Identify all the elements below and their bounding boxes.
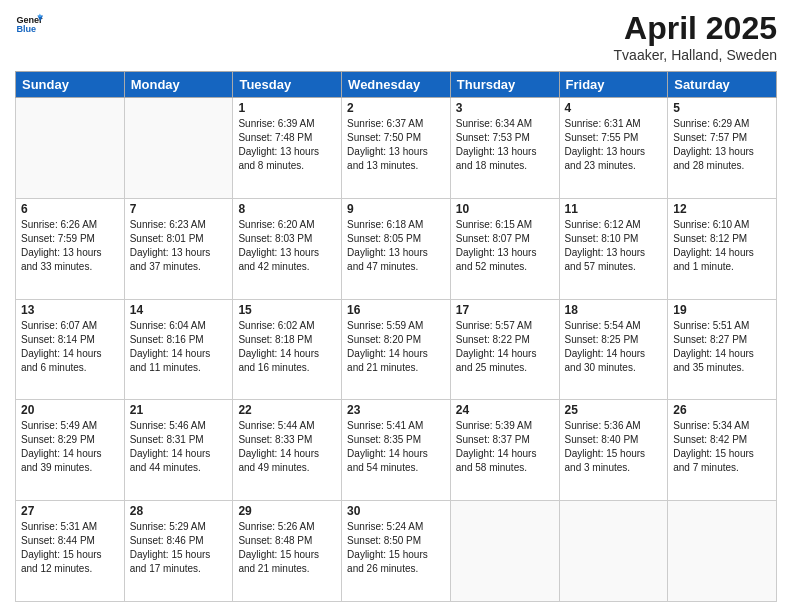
day-number: 25 — [565, 403, 663, 417]
calendar-cell — [450, 501, 559, 602]
day-number: 27 — [21, 504, 119, 518]
day-info: Sunrise: 6:18 AM Sunset: 8:05 PM Dayligh… — [347, 218, 445, 274]
day-number: 9 — [347, 202, 445, 216]
day-info: Sunrise: 5:51 AM Sunset: 8:27 PM Dayligh… — [673, 319, 771, 375]
week-row-2: 13Sunrise: 6:07 AM Sunset: 8:14 PM Dayli… — [16, 299, 777, 400]
calendar-cell: 17Sunrise: 5:57 AM Sunset: 8:22 PM Dayli… — [450, 299, 559, 400]
day-info: Sunrise: 6:07 AM Sunset: 8:14 PM Dayligh… — [21, 319, 119, 375]
day-info: Sunrise: 6:04 AM Sunset: 8:16 PM Dayligh… — [130, 319, 228, 375]
day-number: 26 — [673, 403, 771, 417]
day-info: Sunrise: 5:49 AM Sunset: 8:29 PM Dayligh… — [21, 419, 119, 475]
calendar-cell: 18Sunrise: 5:54 AM Sunset: 8:25 PM Dayli… — [559, 299, 668, 400]
day-header-monday: Monday — [124, 72, 233, 98]
day-info: Sunrise: 5:41 AM Sunset: 8:35 PM Dayligh… — [347, 419, 445, 475]
day-info: Sunrise: 6:23 AM Sunset: 8:01 PM Dayligh… — [130, 218, 228, 274]
day-info: Sunrise: 5:59 AM Sunset: 8:20 PM Dayligh… — [347, 319, 445, 375]
day-number: 2 — [347, 101, 445, 115]
calendar-cell: 21Sunrise: 5:46 AM Sunset: 8:31 PM Dayli… — [124, 400, 233, 501]
day-info: Sunrise: 6:20 AM Sunset: 8:03 PM Dayligh… — [238, 218, 336, 274]
day-number: 11 — [565, 202, 663, 216]
calendar-cell: 25Sunrise: 5:36 AM Sunset: 8:40 PM Dayli… — [559, 400, 668, 501]
calendar-cell: 26Sunrise: 5:34 AM Sunset: 8:42 PM Dayli… — [668, 400, 777, 501]
day-header-friday: Friday — [559, 72, 668, 98]
calendar-cell: 6Sunrise: 6:26 AM Sunset: 7:59 PM Daylig… — [16, 198, 125, 299]
day-number: 17 — [456, 303, 554, 317]
calendar-cell: 13Sunrise: 6:07 AM Sunset: 8:14 PM Dayli… — [16, 299, 125, 400]
day-info: Sunrise: 6:02 AM Sunset: 8:18 PM Dayligh… — [238, 319, 336, 375]
day-header-sunday: Sunday — [16, 72, 125, 98]
day-info: Sunrise: 6:34 AM Sunset: 7:53 PM Dayligh… — [456, 117, 554, 173]
calendar-cell: 30Sunrise: 5:24 AM Sunset: 8:50 PM Dayli… — [342, 501, 451, 602]
day-info: Sunrise: 5:46 AM Sunset: 8:31 PM Dayligh… — [130, 419, 228, 475]
day-info: Sunrise: 6:10 AM Sunset: 8:12 PM Dayligh… — [673, 218, 771, 274]
calendar-cell: 12Sunrise: 6:10 AM Sunset: 8:12 PM Dayli… — [668, 198, 777, 299]
calendar-cell: 28Sunrise: 5:29 AM Sunset: 8:46 PM Dayli… — [124, 501, 233, 602]
calendar-cell: 11Sunrise: 6:12 AM Sunset: 8:10 PM Dayli… — [559, 198, 668, 299]
month-title: April 2025 — [614, 10, 777, 47]
day-number: 1 — [238, 101, 336, 115]
calendar-cell: 29Sunrise: 5:26 AM Sunset: 8:48 PM Dayli… — [233, 501, 342, 602]
day-info: Sunrise: 6:37 AM Sunset: 7:50 PM Dayligh… — [347, 117, 445, 173]
calendar-cell: 3Sunrise: 6:34 AM Sunset: 7:53 PM Daylig… — [450, 98, 559, 199]
day-info: Sunrise: 5:34 AM Sunset: 8:42 PM Dayligh… — [673, 419, 771, 475]
day-info: Sunrise: 5:24 AM Sunset: 8:50 PM Dayligh… — [347, 520, 445, 576]
day-info: Sunrise: 5:54 AM Sunset: 8:25 PM Dayligh… — [565, 319, 663, 375]
day-info: Sunrise: 5:57 AM Sunset: 8:22 PM Dayligh… — [456, 319, 554, 375]
day-info: Sunrise: 5:36 AM Sunset: 8:40 PM Dayligh… — [565, 419, 663, 475]
week-row-1: 6Sunrise: 6:26 AM Sunset: 7:59 PM Daylig… — [16, 198, 777, 299]
day-number: 18 — [565, 303, 663, 317]
logo-icon: General Blue — [15, 10, 43, 38]
day-info: Sunrise: 6:31 AM Sunset: 7:55 PM Dayligh… — [565, 117, 663, 173]
calendar-cell: 15Sunrise: 6:02 AM Sunset: 8:18 PM Dayli… — [233, 299, 342, 400]
day-info: Sunrise: 5:44 AM Sunset: 8:33 PM Dayligh… — [238, 419, 336, 475]
day-info: Sunrise: 6:39 AM Sunset: 7:48 PM Dayligh… — [238, 117, 336, 173]
day-number: 19 — [673, 303, 771, 317]
calendar-cell: 8Sunrise: 6:20 AM Sunset: 8:03 PM Daylig… — [233, 198, 342, 299]
week-row-0: 1Sunrise: 6:39 AM Sunset: 7:48 PM Daylig… — [16, 98, 777, 199]
day-number: 5 — [673, 101, 771, 115]
calendar-cell: 27Sunrise: 5:31 AM Sunset: 8:44 PM Dayli… — [16, 501, 125, 602]
day-info: Sunrise: 5:31 AM Sunset: 8:44 PM Dayligh… — [21, 520, 119, 576]
day-info: Sunrise: 6:29 AM Sunset: 7:57 PM Dayligh… — [673, 117, 771, 173]
week-row-3: 20Sunrise: 5:49 AM Sunset: 8:29 PM Dayli… — [16, 400, 777, 501]
day-header-thursday: Thursday — [450, 72, 559, 98]
calendar-cell: 2Sunrise: 6:37 AM Sunset: 7:50 PM Daylig… — [342, 98, 451, 199]
day-number: 3 — [456, 101, 554, 115]
day-number: 14 — [130, 303, 228, 317]
day-number: 29 — [238, 504, 336, 518]
day-info: Sunrise: 5:26 AM Sunset: 8:48 PM Dayligh… — [238, 520, 336, 576]
day-number: 7 — [130, 202, 228, 216]
calendar-cell: 19Sunrise: 5:51 AM Sunset: 8:27 PM Dayli… — [668, 299, 777, 400]
day-number: 13 — [21, 303, 119, 317]
calendar-cell: 14Sunrise: 6:04 AM Sunset: 8:16 PM Dayli… — [124, 299, 233, 400]
calendar-cell: 22Sunrise: 5:44 AM Sunset: 8:33 PM Dayli… — [233, 400, 342, 501]
day-number: 28 — [130, 504, 228, 518]
calendar-cell: 23Sunrise: 5:41 AM Sunset: 8:35 PM Dayli… — [342, 400, 451, 501]
day-number: 30 — [347, 504, 445, 518]
day-number: 24 — [456, 403, 554, 417]
day-info: Sunrise: 6:12 AM Sunset: 8:10 PM Dayligh… — [565, 218, 663, 274]
day-number: 15 — [238, 303, 336, 317]
svg-text:Blue: Blue — [16, 24, 36, 34]
calendar-cell: 1Sunrise: 6:39 AM Sunset: 7:48 PM Daylig… — [233, 98, 342, 199]
calendar-cell: 4Sunrise: 6:31 AM Sunset: 7:55 PM Daylig… — [559, 98, 668, 199]
calendar-cell: 16Sunrise: 5:59 AM Sunset: 8:20 PM Dayli… — [342, 299, 451, 400]
page: General Blue April 2025 Tvaaker, Halland… — [0, 0, 792, 612]
day-number: 8 — [238, 202, 336, 216]
day-number: 6 — [21, 202, 119, 216]
day-header-saturday: Saturday — [668, 72, 777, 98]
day-number: 23 — [347, 403, 445, 417]
header: General Blue April 2025 Tvaaker, Halland… — [15, 10, 777, 63]
day-number: 21 — [130, 403, 228, 417]
calendar-cell: 9Sunrise: 6:18 AM Sunset: 8:05 PM Daylig… — [342, 198, 451, 299]
calendar-cell: 5Sunrise: 6:29 AM Sunset: 7:57 PM Daylig… — [668, 98, 777, 199]
day-number: 16 — [347, 303, 445, 317]
calendar-cell — [124, 98, 233, 199]
day-number: 12 — [673, 202, 771, 216]
day-info: Sunrise: 5:39 AM Sunset: 8:37 PM Dayligh… — [456, 419, 554, 475]
day-number: 4 — [565, 101, 663, 115]
logo: General Blue — [15, 10, 43, 38]
day-number: 10 — [456, 202, 554, 216]
day-info: Sunrise: 6:26 AM Sunset: 7:59 PM Dayligh… — [21, 218, 119, 274]
calendar-cell — [16, 98, 125, 199]
